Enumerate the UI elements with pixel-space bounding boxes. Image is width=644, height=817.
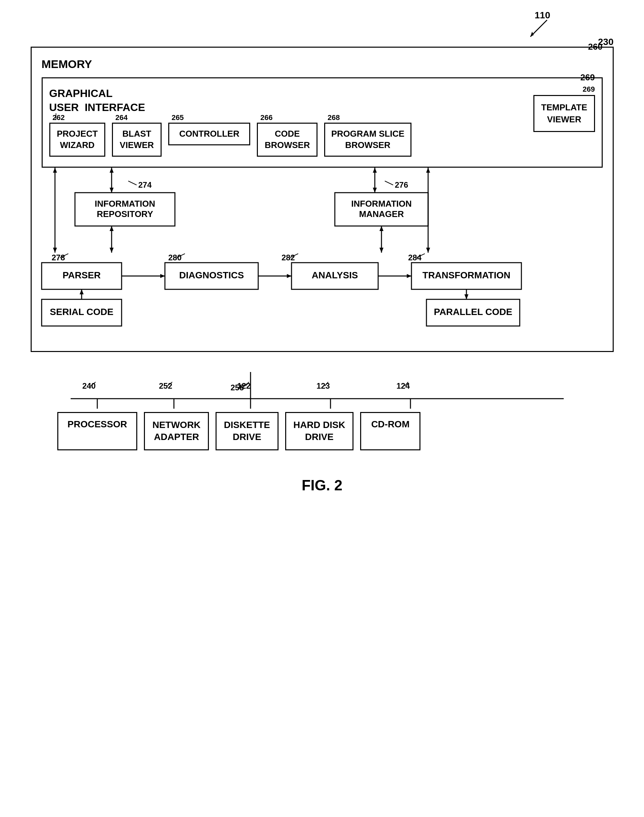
ref-280-text: 280 — [168, 253, 182, 262]
ref-284-text: 284 — [408, 253, 422, 262]
svg-marker-20 — [379, 226, 383, 231]
svg-marker-23 — [426, 168, 430, 173]
project-wizard-wrap: 262 PROJECTWIZARD — [49, 123, 106, 157]
svg-marker-18 — [53, 248, 57, 253]
memory-label: MEMORY — [41, 58, 603, 71]
ref-110-arrow — [527, 17, 554, 43]
template-viewer-box: TEMPLATEVIEWER — [534, 95, 595, 132]
ref-269: 269 — [580, 72, 595, 83]
parallel-code-label: PARALLEL CODE — [434, 307, 512, 317]
controller-wrap: 265 CONTROLLER — [168, 123, 250, 157]
info-mgr-line1: INFORMATION — [351, 199, 412, 209]
connections-svg: 274 276 INFORMATION REPOSITORY INFORMATI… — [41, 168, 603, 334]
ref-266: 266 — [260, 113, 273, 122]
program-slice-wrap: 268 PROGRAM SLICEBROWSER — [324, 123, 411, 157]
svg-marker-34 — [287, 274, 291, 278]
ref-282-text: 282 — [282, 253, 295, 262]
ref-274-text: 274 — [138, 180, 152, 189]
hard-disk-drive-box: HARD DISKDRIVE — [285, 412, 354, 450]
ref-260: 260 — [588, 41, 603, 52]
controller-box: CONTROLLER — [168, 123, 250, 145]
gui-title: GRAPHICALUSER INTERFACE — [49, 87, 595, 114]
ref-276-text: 276 — [395, 180, 408, 189]
svg-marker-37 — [407, 274, 411, 278]
svg-marker-17 — [53, 168, 57, 173]
ref-264: 264 — [115, 113, 127, 122]
template-viewer-wrap: 269 TEMPLATEVIEWER — [534, 85, 595, 132]
hardware-section: 255 240 252 122 123 124 — [31, 372, 614, 450]
svg-marker-10 — [373, 188, 377, 193]
serial-code-label: SERIAL CODE — [50, 307, 113, 317]
hardware-connector-svg: 255 240 252 122 123 124 — [31, 372, 614, 412]
svg-marker-41 — [80, 289, 84, 294]
blast-viewer-box: BLASTVIEWER — [112, 123, 162, 157]
code-browser-wrap: 266 CODEBROWSER — [257, 123, 317, 157]
parser-label: PARSER — [62, 270, 101, 280]
svg-marker-45 — [465, 294, 468, 299]
cd-rom-box: CD-ROM — [360, 412, 420, 450]
svg-line-4 — [385, 181, 393, 185]
ref-262-tick — [51, 113, 61, 123]
svg-marker-6 — [110, 168, 113, 173]
ref-278-text: 278 — [52, 253, 65, 262]
info-mgr-line2: MANAGER — [359, 209, 404, 219]
figure-label: FIG. 2 — [31, 477, 614, 494]
hardware-row: PROCESSOR NETWORKADAPTER DISKETTEDRIVE H… — [31, 412, 614, 450]
ref-templ: 269 — [534, 85, 595, 94]
svg-marker-7 — [110, 188, 113, 193]
diagram-container: 110 230 MEMORY 260 269 GRAPHICALUSER INT… — [31, 13, 614, 494]
svg-marker-1 — [531, 32, 534, 37]
processor-box: PROCESSOR — [57, 412, 138, 450]
ref-240-text: 240 — [82, 381, 96, 390]
program-slice-box: PROGRAM SLICEBROWSER — [324, 123, 411, 157]
svg-marker-31 — [160, 274, 165, 278]
analysis-label: ANALYSIS — [311, 270, 358, 280]
gui-box: 269 GRAPHICALUSER INTERFACE 269 TEMPLATE… — [41, 77, 603, 168]
project-wizard-box: PROJECTWIZARD — [49, 123, 106, 157]
svg-marker-21 — [379, 248, 383, 253]
ref-265: 265 — [172, 113, 184, 122]
memory-box: MEMORY 260 269 GRAPHICALUSER INTERFACE 2… — [31, 47, 614, 352]
diagnostics-label: DIAGNOSTICS — [179, 270, 244, 280]
diskette-drive-box: DISKETTEDRIVE — [216, 412, 278, 450]
svg-marker-9 — [373, 168, 377, 173]
info-repo-line1: INFORMATION — [95, 199, 155, 209]
blast-viewer-wrap: 264 BLASTVIEWER — [112, 123, 162, 157]
component-row: 262 PROJECTWIZARD 264 BLASTVIEWER 265 CO… — [49, 123, 522, 157]
ref-268: 268 — [328, 113, 340, 122]
network-adapter-box: NETWORKADAPTER — [144, 412, 209, 450]
svg-line-3 — [128, 181, 136, 185]
svg-marker-15 — [110, 248, 113, 253]
transformation-label: TRANSFORMATION — [422, 270, 511, 280]
svg-marker-24 — [426, 248, 430, 253]
code-browser-box: CODEBROWSER — [257, 123, 317, 157]
ref-252-text: 252 — [159, 381, 172, 390]
svg-marker-14 — [110, 226, 113, 231]
info-repo-line2: REPOSITORY — [97, 209, 153, 219]
